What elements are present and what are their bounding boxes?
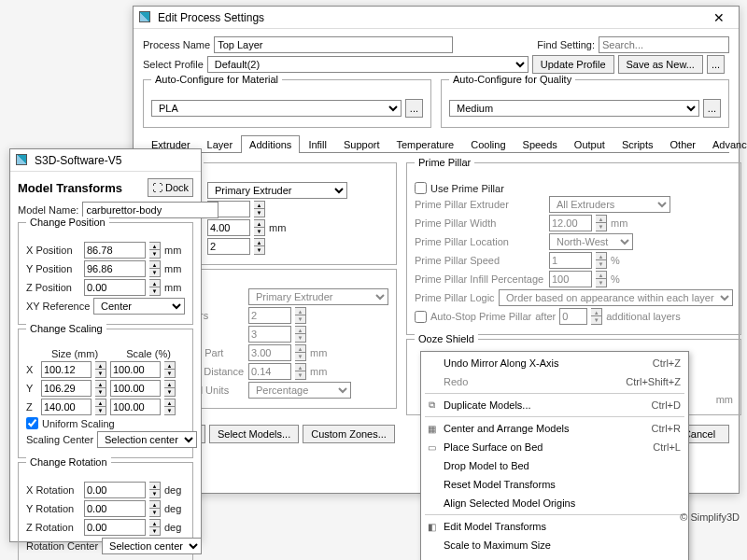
close-icon[interactable]: ✕: [705, 10, 733, 25]
menu-align-origins[interactable]: Align Selected Model Origins: [421, 494, 688, 512]
z-scale[interactable]: [110, 399, 161, 415]
menu-place-surface[interactable]: ▭Place Surface on BedCtrl+L: [421, 438, 688, 456]
profile-more-button[interactable]: ...: [707, 55, 725, 74]
menu-edit-transforms[interactable]: ◧Edit Model Transforms: [421, 517, 688, 536]
custom-zones-button[interactable]: Custom Zones...: [303, 425, 395, 443]
raft-sep: [248, 363, 291, 380]
duplicate-icon: ⧉: [425, 399, 438, 411]
copyright-text: © Simplify3D: [680, 511, 740, 523]
update-profile-button[interactable]: Update Profile: [532, 55, 614, 74]
change-scaling-group: Change Scaling Size (mm)Scale (%) X▲▼▲▼ …: [18, 329, 193, 458]
skirt-offset[interactable]: [207, 219, 250, 236]
tab-speeds[interactable]: Speeds: [514, 135, 566, 153]
prime-pillar-group: Prime Pillar Use Prime Pillar Prime Pill…: [406, 162, 741, 335]
raft-speed-units: Percentage: [248, 382, 351, 399]
auto-stop-layers: [559, 308, 587, 325]
tab-advanced[interactable]: Advanced: [704, 135, 747, 153]
menu-center-arrange[interactable]: ▦Center and Arrange ModelsCtrl+R: [421, 419, 688, 438]
edit-process-titlebar: Edit Process Settings ✕: [134, 7, 739, 29]
auto-quality-group: Auto-Configure for Quality Medium ...: [441, 79, 729, 128]
skirt-extruder[interactable]: Primary Extruder: [207, 182, 347, 199]
app-icon: [139, 11, 152, 24]
process-name-input[interactable]: [214, 36, 453, 53]
tab-output[interactable]: Output: [566, 135, 613, 153]
scaling-center[interactable]: Selection center: [97, 431, 197, 448]
tab-other[interactable]: Other: [662, 135, 705, 153]
tab-additions[interactable]: Additions: [241, 135, 300, 153]
y-size[interactable]: [41, 380, 92, 397]
find-setting-input[interactable]: [599, 36, 729, 53]
y-scale[interactable]: [110, 380, 161, 397]
x-scale[interactable]: [110, 361, 161, 378]
xy-reference[interactable]: Center: [93, 298, 185, 315]
raft-offset: [248, 344, 291, 361]
prime-extruder: All Extruders: [549, 196, 670, 213]
menu-drop-to-bed[interactable]: Drop Model to Bed: [421, 456, 688, 475]
transform-icon: ◧: [425, 522, 438, 532]
find-setting-label: Find Setting:: [537, 39, 595, 50]
raft-base: [248, 307, 291, 324]
tab-infill[interactable]: Infill: [300, 135, 335, 153]
raft-top: [248, 326, 291, 343]
menu-reset-transforms[interactable]: Reset Model Transforms: [421, 475, 688, 494]
context-menu: Undo Mirror Along X-AxisCtrl+Z RedoCtrl+…: [420, 351, 689, 560]
skirt-outlines[interactable]: [207, 238, 250, 255]
select-models-button[interactable]: Select Models...: [209, 425, 299, 443]
menu-redo: RedoCtrl+Shift+Z: [421, 372, 688, 391]
menu-duplicate[interactable]: ⧉Duplicate Models...Ctrl+D: [421, 396, 688, 414]
auto-stop-prime: [415, 311, 427, 323]
settings-tabs: Extruder Layer Additions Infill Support …: [143, 135, 729, 153]
x-rotation[interactable]: [84, 482, 146, 498]
auto-material-group: Auto-Configure for Material PLA ...: [143, 79, 431, 128]
app-icon: [16, 154, 29, 167]
prime-logic: Order based on appearance within each la…: [499, 289, 733, 306]
tab-layer[interactable]: Layer: [199, 135, 242, 153]
z-rotation[interactable]: [84, 519, 146, 536]
y-rotation[interactable]: [84, 500, 146, 517]
skirt-offset-spin[interactable]: ▲▼: [254, 219, 265, 236]
skirt-layers-spin[interactable]: ▲▼: [254, 201, 265, 217]
x-position[interactable]: [84, 242, 146, 259]
uniform-scaling[interactable]: [26, 417, 38, 429]
menu-undo[interactable]: Undo Mirror Along X-AxisCtrl+Z: [421, 354, 688, 372]
change-position-group: Change Position X Position▲▼mm Y Positio…: [18, 222, 193, 325]
menu-scale-max[interactable]: Scale to Maximum Size: [421, 536, 688, 554]
model-transforms-window: S3D-Software-V5 Model Transforms ⛶ Dock …: [9, 148, 202, 542]
tab-temperature[interactable]: Temperature: [388, 135, 462, 153]
x-size[interactable]: [41, 361, 92, 378]
raft-extruder: Primary Extruder: [248, 288, 388, 305]
quality-more-button[interactable]: ...: [703, 99, 721, 118]
z-size[interactable]: [41, 399, 92, 415]
material-select[interactable]: PLA: [151, 100, 402, 117]
transforms-heading: Model Transforms: [18, 181, 148, 195]
window-title: Edit Process Settings: [158, 11, 264, 24]
prime-infill: [549, 271, 592, 287]
save-as-new-button[interactable]: Save as New...: [618, 55, 703, 74]
app-title: S3D-Software-V5: [35, 154, 121, 167]
transforms-titlebar: S3D-Software-V5: [10, 149, 201, 172]
z-position[interactable]: [84, 279, 146, 296]
prime-width: [549, 215, 592, 231]
prime-speed: [549, 252, 592, 269]
surface-icon: ▭: [425, 442, 438, 453]
use-prime-pillar[interactable]: [415, 182, 427, 194]
tab-scripts[interactable]: Scripts: [613, 135, 662, 153]
grid-icon: ▦: [425, 424, 438, 434]
select-profile[interactable]: Default(2): [207, 56, 529, 73]
rotation-center[interactable]: Selection center: [102, 538, 202, 554]
change-rotation-group: Change Rotation X Rotation▲▼deg Y Rotati…: [18, 462, 193, 560]
prime-location: North-West: [549, 233, 633, 250]
material-more-button[interactable]: ...: [405, 99, 423, 118]
dock-button[interactable]: ⛶ Dock: [148, 178, 193, 197]
select-profile-label: Select Profile: [143, 59, 204, 70]
quality-select[interactable]: Medium: [449, 100, 699, 117]
tab-support[interactable]: Support: [335, 135, 388, 153]
process-name-label: Process Name: [143, 39, 210, 50]
y-position[interactable]: [84, 260, 146, 277]
tab-cooling[interactable]: Cooling: [462, 135, 514, 153]
skirt-outlines-spin[interactable]: ▲▼: [254, 238, 265, 255]
menu-correct-units[interactable]: Correct Model Units▶: [421, 554, 688, 560]
